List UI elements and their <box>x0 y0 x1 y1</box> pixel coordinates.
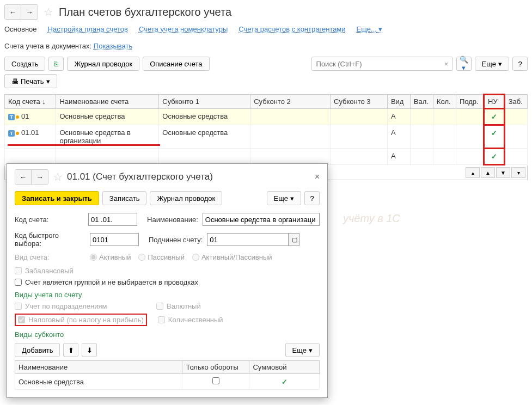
main-toolbar: Создать ⎘ Журнал проводок Описание счета… <box>4 57 528 71</box>
scroll-down-button[interactable]: ▼ <box>496 167 510 178</box>
col-podr[interactable]: Подр. <box>456 95 484 109</box>
col-kol[interactable]: Кол. <box>433 95 456 109</box>
scroll-top-button[interactable]: ▴ <box>466 167 480 178</box>
col-zab[interactable]: Заб. <box>504 95 527 109</box>
dlg-back-button[interactable]: ← <box>15 170 32 184</box>
account-dialog: ← → ☆ 01.01 (Счет бухгалтерского учета) … <box>7 163 328 185</box>
scroll-up-button[interactable]: ▲ <box>481 167 495 178</box>
grid-row[interactable]: T01 Основные средства Основные средства … <box>5 109 528 125</box>
t-icon: T <box>8 130 15 137</box>
col-name[interactable]: Наименование счета <box>56 95 159 109</box>
nav-buttons: ← → <box>4 4 38 20</box>
scroll-bottom-button[interactable]: ▾ <box>511 167 525 178</box>
main-tabs: Основное Настройка плана счетов Счета уч… <box>4 25 528 33</box>
status-dot-icon <box>16 132 19 135</box>
search-box: × <box>311 57 453 71</box>
status-dot-icon <box>16 115 19 119</box>
dlg-forward-button[interactable]: → <box>32 170 48 184</box>
col-vid[interactable]: Вид <box>387 95 410 109</box>
col-val[interactable]: Вал. <box>410 95 433 109</box>
tab-nomenclature[interactable]: Счета учета номенклатуры <box>139 25 228 33</box>
filter-row: Счета учета в документах: Показывать <box>4 42 528 50</box>
back-button[interactable]: ← <box>5 5 21 19</box>
search-input[interactable] <box>312 60 441 68</box>
tab-setup[interactable]: Настройка плана счетов <box>48 25 128 33</box>
tab-main[interactable]: Основное <box>4 25 37 33</box>
find-button[interactable]: 🔍 ▾ <box>456 57 472 71</box>
tab-contractors[interactable]: Счета расчетов с контрагентами <box>239 25 345 33</box>
tab-more[interactable]: Еще... ▾ <box>357 25 383 33</box>
page-title: План счетов бухгалтерского учета <box>59 6 231 19</box>
filter-link[interactable]: Показывать <box>94 42 132 50</box>
create-button[interactable]: Создать <box>4 57 45 71</box>
journal-button[interactable]: Журнал проводок <box>67 57 139 71</box>
more-button[interactable]: Еще ▾ <box>475 57 509 71</box>
forward-button[interactable]: → <box>21 5 38 19</box>
dlg-nav-buttons: ← → <box>15 169 48 185</box>
col-nu[interactable]: НУ <box>484 95 505 109</box>
close-icon[interactable]: × <box>315 172 320 182</box>
col-sub3[interactable]: Субконто 3 <box>331 95 388 109</box>
print-button[interactable]: 🖶 Печать ▾ <box>4 74 57 88</box>
col-code[interactable]: Код счета ↓ <box>5 95 56 109</box>
grid-row[interactable]: А ✓ <box>5 149 528 165</box>
favorite-star-icon[interactable]: ☆ <box>44 5 53 19</box>
col-sub2[interactable]: Субконто 2 <box>250 95 331 109</box>
nu-check-icon: ✓ <box>484 149 505 165</box>
nu-check-icon: ✓ <box>484 109 505 125</box>
search-clear-icon[interactable]: × <box>441 60 452 68</box>
favorite-star-icon[interactable]: ☆ <box>53 170 63 183</box>
describe-button[interactable]: Описание счета <box>143 57 209 71</box>
dialog-title: 01.01 (Счет бухгалтерского учета) <box>67 171 213 182</box>
help-button[interactable]: ? <box>512 57 528 71</box>
t-icon: T <box>8 114 15 120</box>
filter-label: Счета учета в документах: <box>4 42 91 50</box>
highlight-underline <box>8 144 160 146</box>
nu-check-icon: ✓ <box>484 125 505 149</box>
copy-button[interactable]: ⎘ <box>48 57 64 71</box>
col-sub1[interactable]: Субконто 1 <box>159 95 250 109</box>
accounts-grid: Код счета ↓ Наименование счета Субконто … <box>4 94 528 165</box>
